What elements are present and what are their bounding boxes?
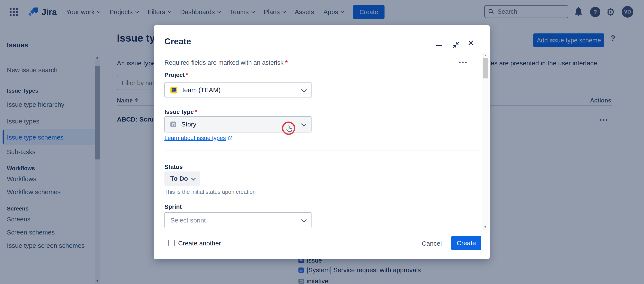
external-link-icon — [228, 135, 233, 141]
required-fields-note: Required fields are marked with an aster… — [164, 59, 288, 66]
story-type-icon — [170, 122, 176, 127]
project-label: Project* — [164, 72, 188, 79]
project-select[interactable]: team (TEAM) — [164, 82, 312, 98]
create-button[interactable]: Create — [451, 236, 481, 250]
minimize-icon[interactable] — [436, 45, 442, 46]
project-avatar-icon — [170, 87, 177, 93]
issue-type-label: Issue type* — [164, 108, 197, 115]
chevron-down-icon — [301, 121, 307, 127]
learn-about-issue-types-link[interactable]: Learn about issue types — [164, 135, 233, 141]
exit-fullscreen-icon[interactable] — [452, 41, 460, 49]
scroll-up-arrow-icon[interactable]: ▲ — [484, 53, 487, 57]
chevron-down-icon — [191, 176, 196, 180]
create-another-checkbox[interactable] — [168, 240, 175, 246]
jira-app: Jira Your work Projects Filters Dashboar… — [0, 0, 644, 284]
section-divider — [164, 150, 480, 150]
modal-scrollbar-thumb[interactable] — [483, 58, 488, 79]
modal-title: Create — [164, 37, 191, 46]
modal-more-menu[interactable]: ••• — [459, 59, 468, 66]
close-icon[interactable]: × — [468, 38, 474, 48]
hand-cursor-icon — [285, 124, 294, 133]
modal-scrollbar-track[interactable] — [482, 53, 489, 230]
sprint-label: Sprint — [164, 203, 182, 210]
chevron-down-icon — [301, 217, 307, 223]
sprint-select[interactable]: Select sprint — [164, 212, 312, 228]
status-helper-text: This is the initial status upon creation — [164, 189, 256, 195]
chevron-down-icon — [301, 87, 307, 92]
cancel-button[interactable]: Cancel — [422, 240, 442, 247]
footer-divider — [154, 230, 490, 230]
status-label: Status — [164, 164, 183, 170]
status-select[interactable]: To Do — [164, 171, 200, 186]
create-issue-modal: Create × Required fields are marked with… — [154, 25, 490, 259]
scroll-down-arrow-icon[interactable]: ▼ — [484, 225, 487, 229]
create-another-label: Create another — [178, 240, 221, 247]
